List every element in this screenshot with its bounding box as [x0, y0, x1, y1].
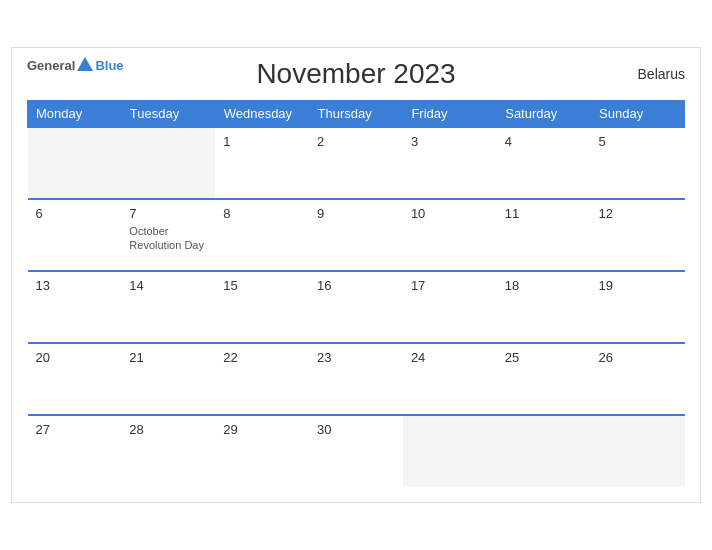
calendar-cell: 15 [215, 271, 309, 343]
weekday-sunday: Sunday [591, 101, 685, 128]
day-number: 4 [505, 134, 583, 149]
calendar-title: November 2023 [256, 58, 455, 90]
logo-triangle-icon [77, 57, 93, 71]
calendar-cell: 19 [591, 271, 685, 343]
calendar-cell: 11 [497, 199, 591, 271]
logo-blue: Blue [95, 58, 123, 73]
country-label: Belarus [638, 66, 685, 82]
calendar-header: General Blue November 2023 Belarus [27, 58, 685, 90]
calendar-cell [403, 415, 497, 487]
day-number: 22 [223, 350, 301, 365]
calendar-cell: 30 [309, 415, 403, 487]
holiday-label: October Revolution Day [129, 224, 207, 253]
calendar-body: 1234567October Revolution Day89101112131… [28, 127, 685, 487]
weekday-friday: Friday [403, 101, 497, 128]
calendar-cell: 10 [403, 199, 497, 271]
calendar-cell: 12 [591, 199, 685, 271]
calendar-cell: 20 [28, 343, 122, 415]
weekday-wednesday: Wednesday [215, 101, 309, 128]
calendar-cell [121, 127, 215, 199]
weekday-monday: Monday [28, 101, 122, 128]
calendar-cell: 26 [591, 343, 685, 415]
logo-general: General [27, 58, 75, 73]
day-number: 26 [599, 350, 677, 365]
day-number: 2 [317, 134, 395, 149]
calendar-cell: 16 [309, 271, 403, 343]
day-number: 18 [505, 278, 583, 293]
day-number: 6 [36, 206, 114, 221]
day-number: 11 [505, 206, 583, 221]
calendar-cell: 22 [215, 343, 309, 415]
day-number: 24 [411, 350, 489, 365]
day-number: 23 [317, 350, 395, 365]
weekday-saturday: Saturday [497, 101, 591, 128]
calendar-cell [591, 415, 685, 487]
day-number: 8 [223, 206, 301, 221]
calendar-cell: 5 [591, 127, 685, 199]
calendar-cell: 4 [497, 127, 591, 199]
calendar-cell: 23 [309, 343, 403, 415]
day-number: 30 [317, 422, 395, 437]
day-number: 17 [411, 278, 489, 293]
calendar-cell [28, 127, 122, 199]
calendar-cell: 3 [403, 127, 497, 199]
calendar-cell: 24 [403, 343, 497, 415]
day-number: 3 [411, 134, 489, 149]
logo: General Blue [27, 58, 124, 73]
calendar-cell: 25 [497, 343, 591, 415]
day-number: 27 [36, 422, 114, 437]
calendar-cell: 14 [121, 271, 215, 343]
calendar-cell: 17 [403, 271, 497, 343]
calendar-cell: 29 [215, 415, 309, 487]
day-number: 1 [223, 134, 301, 149]
day-number: 25 [505, 350, 583, 365]
calendar-cell: 1 [215, 127, 309, 199]
calendar-header-row: Monday Tuesday Wednesday Thursday Friday… [28, 101, 685, 128]
day-number: 14 [129, 278, 207, 293]
day-number: 13 [36, 278, 114, 293]
calendar-cell [497, 415, 591, 487]
day-number: 9 [317, 206, 395, 221]
day-number: 7 [129, 206, 207, 221]
day-number: 21 [129, 350, 207, 365]
calendar-cell: 2 [309, 127, 403, 199]
day-number: 28 [129, 422, 207, 437]
weekday-thursday: Thursday [309, 101, 403, 128]
day-number: 10 [411, 206, 489, 221]
day-number: 19 [599, 278, 677, 293]
day-number: 5 [599, 134, 677, 149]
calendar-cell: 21 [121, 343, 215, 415]
day-number: 16 [317, 278, 395, 293]
calendar-cell: 6 [28, 199, 122, 271]
day-number: 29 [223, 422, 301, 437]
calendar-cell: 27 [28, 415, 122, 487]
day-number: 20 [36, 350, 114, 365]
day-number: 15 [223, 278, 301, 293]
day-number: 12 [599, 206, 677, 221]
weekday-tuesday: Tuesday [121, 101, 215, 128]
calendar-container: General Blue November 2023 Belarus Monda… [11, 47, 701, 503]
calendar-cell: 18 [497, 271, 591, 343]
calendar-cell: 28 [121, 415, 215, 487]
calendar-cell: 13 [28, 271, 122, 343]
calendar-cell: 7October Revolution Day [121, 199, 215, 271]
calendar-cell: 8 [215, 199, 309, 271]
calendar-grid: Monday Tuesday Wednesday Thursday Friday… [27, 100, 685, 487]
calendar-cell: 9 [309, 199, 403, 271]
